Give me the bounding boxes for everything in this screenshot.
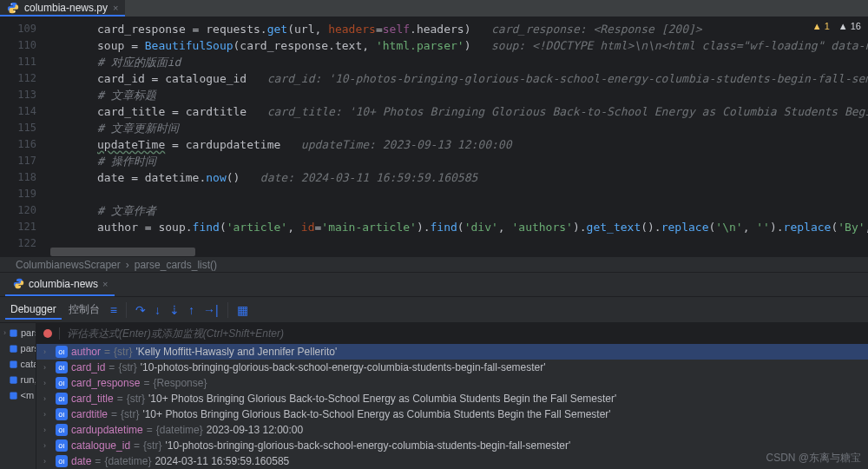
equals: = — [117, 393, 123, 405]
chevron-right-icon[interactable]: › — [43, 410, 52, 419]
variable-name: card_id — [71, 361, 105, 373]
variable-type: {str} — [118, 361, 136, 373]
svg-rect-6 — [10, 392, 16, 399]
variable-name: card_title — [71, 393, 114, 405]
frame-item[interactable]: <m — [0, 387, 36, 403]
frame-item[interactable]: pars — [0, 340, 36, 356]
variable-row[interactable]: ›oıcardupdatetime = {datetime} 2023-09-1… — [36, 422, 868, 438]
code-content[interactable]: card_response = requests.get(url, header… — [45, 17, 868, 256]
breadcrumb-method[interactable]: parse_cards_list() — [135, 259, 217, 271]
frames-pane[interactable]: ›pars pars cata run, <m — [0, 323, 36, 469]
frame-item[interactable]: ›pars — [0, 325, 36, 340]
breadcrumb-class[interactable]: ColumbianewsScraper — [16, 259, 121, 271]
chevron-right-icon[interactable]: › — [43, 441, 52, 450]
frame-item[interactable]: run, — [0, 372, 36, 387]
chevron-right-icon[interactable]: › — [43, 363, 52, 372]
tab-debugger[interactable]: Debugger — [5, 301, 62, 320]
variable-type: {str} — [114, 346, 132, 358]
step-into-my-icon[interactable]: ⇣ — [166, 301, 183, 319]
equals: = — [104, 346, 110, 358]
variable-value: '10-photos-bringing-glorious-back-school… — [141, 361, 546, 373]
python-icon — [7, 2, 19, 14]
variable-value: 2024-03-11 16:59:59.160585 — [155, 455, 289, 467]
variable-icon: oı — [56, 377, 68, 389]
chevron-right-icon[interactable]: › — [43, 457, 52, 466]
variable-value: 'Kelly Moffitt-Hawasly and Jennifer Pell… — [135, 346, 337, 358]
chevron-right-icon[interactable]: › — [43, 426, 52, 434]
chevron-right-icon[interactable]: › — [43, 347, 52, 356]
variable-type: {str} — [143, 439, 161, 452]
chevron-right-icon: › — [126, 259, 129, 271]
step-over-icon[interactable]: ↷ — [132, 301, 149, 319]
divider — [59, 327, 60, 340]
variable-name: author — [71, 346, 101, 358]
python-icon — [12, 278, 24, 290]
frame-item[interactable]: cata — [0, 356, 36, 372]
variable-row[interactable]: ›oıcard_title = {str} '10+ Photos Bringi… — [36, 391, 868, 406]
tab-console[interactable]: 控制台 — [63, 300, 105, 320]
equals: = — [147, 424, 153, 436]
variable-icon: oı — [56, 408, 68, 420]
editor-tab-bar: columbia-news.py × — [0, 0, 868, 17]
close-icon[interactable]: × — [113, 3, 118, 13]
debug-toolbar: Debugger 控制台 ≡ ↷ ↓ ⇣ ↑ →| ▦ — [0, 297, 868, 323]
variable-row[interactable]: ›oıcardtitle = {str} '10+ Photos Bringin… — [36, 406, 868, 422]
variable-row[interactable]: ›oıcard_id = {str} '10-photos-bringing-g… — [36, 360, 868, 375]
breadcrumb[interactable]: ColumbianewsScraper › parse_cards_list() — [0, 256, 868, 272]
watermark: CSDN @东离与糖宝 — [766, 451, 861, 466]
variable-name: catalogue_id — [71, 439, 130, 452]
svg-point-1 — [14, 10, 15, 11]
record-icon — [43, 329, 52, 338]
equals: = — [143, 377, 149, 389]
svg-rect-4 — [10, 360, 16, 367]
variable-value: 2023-09-13 12:00:00 — [207, 424, 303, 436]
variable-row[interactable]: ›oıcatalogue_id = {str} '10-photos-bring… — [36, 438, 868, 453]
variable-value: '10+ Photos Bringing Glorious Back-to-Sc… — [142, 408, 610, 420]
debug-tab-bar: columbia-news × — [0, 273, 868, 297]
horizontal-scrollbar[interactable] — [50, 248, 858, 256]
variable-type: {str} — [121, 408, 139, 420]
variable-row[interactable]: ›oıauthor = {str} 'Kelly Moffitt-Hawasly… — [36, 344, 868, 360]
evaluate-icon[interactable]: ▦ — [233, 301, 252, 319]
close-icon[interactable]: × — [102, 279, 108, 289]
svg-point-0 — [11, 3, 12, 4]
svg-rect-3 — [10, 345, 16, 352]
variable-type: {datetime} — [156, 424, 203, 436]
variable-icon: oı — [56, 346, 68, 358]
debug-run-tab[interactable]: columbia-news × — [5, 273, 115, 296]
equals: = — [95, 455, 101, 467]
equals: = — [111, 408, 117, 420]
file-tab-label: columbia-news.py — [24, 2, 108, 14]
svg-rect-5 — [10, 376, 16, 383]
variable-type: {Response} — [153, 377, 207, 389]
step-out-icon[interactable]: ↑ — [185, 301, 198, 319]
variable-name: card_response — [71, 377, 140, 389]
variable-icon: oı — [56, 393, 68, 405]
chevron-right-icon[interactable]: › — [43, 394, 52, 403]
variable-row[interactable]: ›oıcard_response = {Response} — [36, 375, 868, 391]
variable-name: cardupdatetime — [71, 424, 143, 436]
code-editor[interactable]: 109 110 111 112 113 114 115 116 117 118 … — [0, 17, 868, 256]
chevron-right-icon[interactable]: › — [43, 379, 52, 387]
run-to-cursor-icon[interactable]: →| — [200, 301, 222, 319]
variable-name: date — [71, 455, 91, 467]
file-tab[interactable]: columbia-news.py × — [0, 0, 125, 17]
evaluate-input[interactable]: 评估表达式(Enter)或添加监视(Ctrl+Shift+Enter) — [36, 323, 868, 344]
variable-type: {str} — [127, 393, 145, 405]
equals: = — [108, 361, 115, 373]
svg-rect-2 — [10, 329, 16, 336]
debug-panel: columbia-news × Debugger 控制台 ≡ ↷ ↓ ⇣ ↑ →… — [0, 272, 868, 469]
warning-icon[interactable]: ▲ 1 — [812, 21, 830, 31]
variable-icon: oı — [56, 361, 68, 373]
step-into-icon[interactable]: ↓ — [151, 301, 164, 319]
weak-warning-icon[interactable]: ▲ 16 — [838, 21, 861, 31]
eval-placeholder: 评估表达式(Enter)或添加监视(Ctrl+Shift+Enter) — [67, 327, 284, 341]
debug-tab-label: columbia-news — [29, 278, 98, 290]
variable-row[interactable]: ›oıdate = {datetime} 2024-03-11 16:59:59… — [36, 453, 868, 469]
variable-icon: oı — [56, 439, 68, 452]
variable-name: cardtitle — [71, 408, 108, 420]
variable-value: '10-photos-bringing-glorious-back-school… — [165, 439, 570, 452]
line-gutter: 109 110 111 112 113 114 115 116 117 118 … — [0, 17, 45, 256]
threads-icon[interactable]: ≡ — [107, 301, 121, 319]
inspection-badges[interactable]: ▲ 1 ▲ 16 — [812, 21, 861, 31]
